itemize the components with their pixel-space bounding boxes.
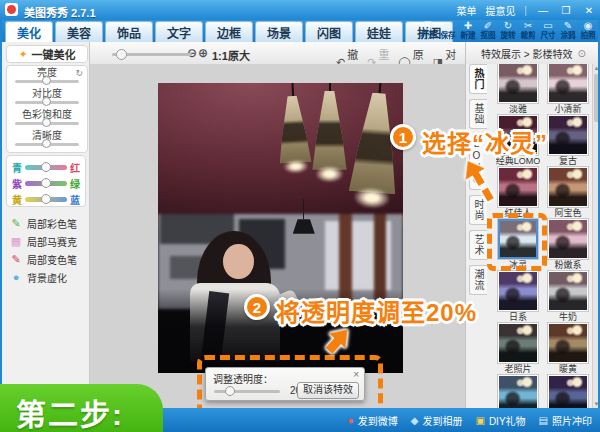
sidebar-tool-item[interactable]: ▦ 局部马赛克 bbox=[10, 232, 88, 250]
effect-item[interactable] bbox=[543, 374, 593, 408]
effect-category-tab[interactable]: 潮流 bbox=[469, 265, 487, 295]
quick-tool-button[interactable]: ✚ 新建 bbox=[458, 21, 478, 41]
dialog-close-icon[interactable]: × bbox=[353, 369, 359, 380]
transparency-slider-handle[interactable] bbox=[225, 386, 235, 396]
maximize-button[interactable]: ❐ bbox=[559, 5, 573, 16]
main-tab[interactable]: 娃娃 bbox=[355, 21, 403, 42]
main-tab[interactable]: 边框 bbox=[205, 21, 253, 42]
effect-thumbnail[interactable] bbox=[548, 115, 588, 155]
quick-tool-icon: ✚ bbox=[464, 21, 472, 31]
effect-category-tab[interactable]: 热门 bbox=[469, 64, 487, 94]
adjust-slider-row: 清晰度 bbox=[7, 129, 87, 150]
quick-tool-button[interactable]: ❏ 打开 bbox=[418, 21, 438, 41]
effect-thumbnail[interactable] bbox=[498, 375, 538, 408]
effect-thumbnail[interactable] bbox=[548, 375, 588, 408]
transparency-dialog-title: 调整透明度： bbox=[213, 371, 273, 386]
effect-thumbnail[interactable] bbox=[498, 271, 538, 311]
quick-tool-button[interactable]: ✂ 裁剪 bbox=[518, 21, 538, 41]
canvas-toolbar: ⊖ ⊕ 1:1原大 ↶ 撤销 ↷ 重做 ◯ 原图 bbox=[90, 42, 465, 65]
transparency-dialog: 调整透明度： × 20% 取消该特效 bbox=[205, 367, 365, 401]
feedback-button[interactable]: 提意见 bbox=[485, 3, 515, 18]
slider-track[interactable] bbox=[15, 143, 79, 146]
quick-tool-button[interactable]: ✎ 涂鸦 bbox=[558, 21, 578, 41]
color-slider-handle[interactable] bbox=[41, 194, 51, 204]
quick-tool-button[interactable]: ✐ 抠图 bbox=[478, 21, 498, 41]
effect-item[interactable]: 日系 bbox=[493, 270, 543, 322]
quick-tool-icon: ✂ bbox=[524, 21, 532, 31]
statusbar-icon: ▤ bbox=[539, 415, 548, 426]
effect-thumbnail[interactable] bbox=[498, 219, 538, 259]
effect-thumbnail[interactable] bbox=[548, 167, 588, 207]
close-button[interactable]: ✕ bbox=[582, 5, 596, 16]
adjust-sliders-box: ↻ 亮度 对比度 色彩饱和度 bbox=[6, 65, 88, 153]
slider-handle[interactable] bbox=[42, 76, 51, 85]
effect-thumbnail[interactable] bbox=[498, 167, 538, 207]
slider-track[interactable] bbox=[15, 101, 79, 104]
cancel-effect-button[interactable]: 取消该特效 bbox=[297, 382, 359, 399]
quick-tool-button[interactable]: ▤ 保存 bbox=[438, 21, 458, 41]
quick-tool-icon: ▭ bbox=[543, 21, 552, 31]
main-tab[interactable]: 闪图 bbox=[305, 21, 353, 42]
transparency-slider-track[interactable] bbox=[214, 390, 280, 393]
effect-thumbnail[interactable] bbox=[548, 64, 588, 103]
effect-thumbnail[interactable] bbox=[498, 64, 538, 103]
effect-item[interactable]: 复古 bbox=[543, 114, 593, 166]
color-slider-track[interactable] bbox=[25, 181, 67, 186]
main-tab[interactable]: 饰品 bbox=[105, 21, 153, 42]
effect-item[interactable]: 淡雅 bbox=[493, 64, 543, 114]
sidebar-tool-item[interactable]: ● 背景虚化 bbox=[10, 268, 88, 286]
main-tab[interactable]: 美化 bbox=[5, 21, 53, 42]
effect-item[interactable]: 冰灵 bbox=[493, 218, 543, 270]
slider-track[interactable] bbox=[15, 122, 79, 125]
main-tab[interactable]: 文字 bbox=[155, 21, 203, 42]
slider-handle[interactable] bbox=[42, 139, 51, 148]
effect-thumbnail[interactable] bbox=[548, 219, 588, 259]
slider-track[interactable] bbox=[15, 80, 79, 83]
zoom-slider-handle[interactable] bbox=[116, 49, 127, 60]
title-bar: 美图秀秀 2.7.1 菜单 提意见 | — ❐ ✕ bbox=[0, 0, 600, 20]
color-slider-track[interactable] bbox=[25, 197, 67, 202]
panel-settings-icon[interactable]: ⊙ bbox=[578, 48, 586, 59]
effect-thumbnail[interactable] bbox=[548, 271, 588, 311]
step1-number-badge: 1 bbox=[390, 124, 416, 150]
quick-tool-button[interactable]: ◉ 拍照 bbox=[578, 21, 598, 41]
one-key-enhance-button[interactable]: ✦ 一键美化 bbox=[6, 45, 88, 63]
step-banner: 第二步: bbox=[0, 384, 163, 432]
effects-breadcrumb: 特效展示 > 影楼特效 bbox=[481, 46, 572, 61]
menu-button[interactable]: 菜单 bbox=[456, 3, 476, 18]
minimize-button[interactable]: — bbox=[536, 5, 550, 16]
adjust-slider-row: 亮度 bbox=[7, 66, 87, 87]
quick-tool-button[interactable]: ↻ 旋转 bbox=[498, 21, 518, 41]
effect-item[interactable]: 红佳人 bbox=[493, 166, 543, 218]
statusbar-action[interactable]: ▣ DIY礼物 bbox=[475, 413, 525, 428]
sidebar-tool-item[interactable]: ✎ 局部变色笔 bbox=[10, 250, 88, 268]
sidebar-tool-item[interactable]: ✎ 局部彩色笔 bbox=[10, 214, 88, 232]
quick-tool-button[interactable]: ▭ 尺寸 bbox=[538, 21, 558, 41]
main-tab[interactable]: 场景 bbox=[255, 21, 303, 42]
effect-item[interactable]: 暖黄 bbox=[543, 322, 593, 374]
statusbar-action[interactable]: ◆ 发到相册 bbox=[411, 413, 463, 428]
color-slider-track[interactable] bbox=[25, 165, 67, 170]
effect-item[interactable] bbox=[493, 374, 543, 408]
color-slider-row: 青 红 bbox=[7, 159, 85, 175]
step-banner-text: 第二步: bbox=[16, 390, 124, 432]
slider-handle[interactable] bbox=[42, 118, 51, 127]
color-slider-handle[interactable] bbox=[41, 178, 51, 188]
effect-item[interactable]: 阿宝色 bbox=[543, 166, 593, 218]
window-title: 美图秀秀 2.7.1 bbox=[24, 4, 96, 20]
effect-item[interactable]: 粉嫩系 bbox=[543, 218, 593, 270]
quick-tool-icon: ▤ bbox=[443, 21, 452, 31]
main-tab[interactable]: 美容 bbox=[55, 21, 103, 42]
effect-thumbnail[interactable] bbox=[498, 323, 538, 363]
effect-item[interactable]: 牛奶 bbox=[543, 270, 593, 322]
effect-category-tab[interactable]: 艺术 bbox=[469, 230, 487, 260]
color-slider-handle[interactable] bbox=[41, 162, 51, 172]
statusbar-action[interactable]: ▤ 照片冲印 bbox=[539, 413, 592, 428]
effect-item[interactable]: 小清新 bbox=[543, 64, 593, 114]
zoom-fit-label[interactable]: 1:1原大 bbox=[212, 47, 250, 63]
effect-item[interactable]: 老照片 bbox=[493, 322, 543, 374]
slider-handle[interactable] bbox=[42, 97, 51, 106]
statusbar-action[interactable]: ● 发到微博 bbox=[348, 413, 398, 428]
zoom-in-icon[interactable]: ⊕ bbox=[198, 46, 208, 60]
effect-thumbnail[interactable] bbox=[548, 323, 588, 363]
